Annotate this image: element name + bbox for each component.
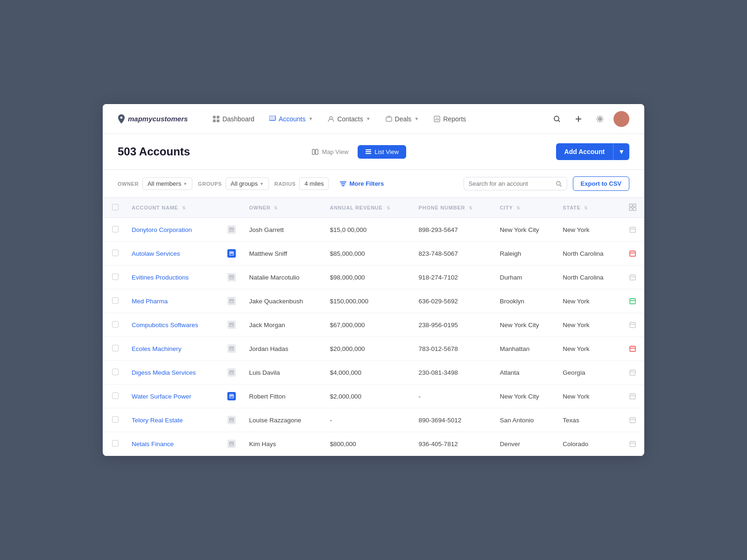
row-checkbox[interactable] [112,440,119,447]
row-checkbox-cell [103,337,125,361]
svg-rect-36 [630,346,635,351]
row-phone: 936-405-7812 [412,432,493,456]
list-view-btn[interactable]: List View [358,145,406,159]
calendar-icon[interactable] [627,391,638,401]
col-owner[interactable]: OWNER ⇅ [242,198,323,218]
row-calendar-action[interactable] [621,242,644,266]
row-checkbox[interactable] [112,345,119,351]
groups-select[interactable]: All groups ▼ [226,177,269,190]
nav-reports[interactable]: Reports [427,112,472,126]
radius-select[interactable]: 4 miles [299,177,329,190]
account-name-link[interactable]: Water Surface Power [132,393,191,400]
row-type-icon [227,273,236,281]
more-filters-button[interactable]: More Filters [334,178,389,189]
table-header-row: ACCOUNT NAME ⇅ OWNER ⇅ ANNUAL REVENUE ⇅ … [103,198,644,218]
col-account-name[interactable]: ACCOUNT NAME ⇅ [125,198,221,218]
row-checkbox[interactable] [112,273,119,280]
account-name-link[interactable]: Ecoles Machinery [132,345,182,352]
sort-account-name-icon: ⇅ [182,206,186,210]
svg-rect-47 [230,442,233,444]
col-city[interactable]: CITY ⇅ [493,198,556,218]
row-state: New York [556,218,621,242]
row-state: New York [556,337,621,361]
row-checkbox[interactable] [112,416,119,423]
row-revenue: $15,0 00,000 [323,218,412,242]
add-icon-btn[interactable] [571,111,586,127]
row-checkbox[interactable] [112,321,119,328]
row-state: New York [556,313,621,337]
select-all-checkbox[interactable] [112,204,119,210]
add-account-button[interactable]: Add Account ▼ [556,143,629,160]
row-checkbox[interactable] [112,392,119,399]
nav-contacts[interactable]: Contacts ▼ [321,112,377,126]
search-input[interactable] [469,180,553,187]
row-calendar-action[interactable] [621,385,644,408]
account-name-link[interactable]: Med Pharma [132,298,168,305]
search-icon-btn[interactable] [549,111,565,127]
row-icon-cell [221,289,242,313]
export-csv-button[interactable]: Export to CSV [573,176,629,191]
add-account-dropdown-arrow[interactable]: ▼ [613,143,629,160]
navbar: mapmycustomers Dashboard Accounts ▼ Cont… [103,104,644,134]
col-phone[interactable]: PHONE NUMBER ⇅ [412,198,493,218]
account-name-link[interactable]: Evitines Productions [132,274,189,281]
owner-select[interactable]: All members ▼ [142,177,192,190]
row-checkbox[interactable] [112,250,119,256]
row-state: North Carolina [556,242,621,266]
calendar-icon[interactable] [627,415,638,425]
settings-icon-btn[interactable] [592,111,608,127]
row-checkbox[interactable] [112,369,119,375]
row-calendar-action[interactable] [621,218,644,242]
calendar-icon[interactable] [627,224,638,235]
avatar[interactable] [613,111,629,127]
row-calendar-action[interactable] [621,432,644,456]
col-state[interactable]: STATE ⇅ [556,198,621,218]
row-icon-cell [221,432,242,456]
account-name-link[interactable]: Digess Media Services [132,369,196,376]
account-name-link[interactable]: Donytoro Corporation [132,226,192,233]
calendar-icon[interactable] [627,248,638,259]
logo[interactable]: mapmycustomers [118,114,188,124]
row-calendar-action[interactable] [621,408,644,432]
row-revenue: $4,000,000 [323,361,412,385]
row-checkbox[interactable] [112,297,119,304]
calendar-icon[interactable] [627,367,638,378]
table-row: Med Pharma Jake Quackenbush $150,000,000… [103,289,644,313]
calendar-icon[interactable] [627,296,638,306]
svg-rect-45 [630,418,635,423]
search-box [464,177,567,190]
calendar-icon[interactable] [627,439,638,449]
row-owner: Jordan Hadas [242,337,323,361]
account-name-link[interactable]: Telory Real Estate [132,417,183,424]
table-row: Evitines Productions Natalie Marcotulio … [103,266,644,289]
row-calendar-action[interactable] [621,289,644,313]
calendar-icon[interactable] [627,320,638,330]
row-calendar-action[interactable] [621,266,644,289]
row-calendar-action[interactable] [621,361,644,385]
sort-city-icon: ⇅ [516,206,521,210]
row-revenue: $800,000 [323,432,412,456]
map-view-btn[interactable]: Map View [304,145,356,159]
svg-rect-32 [230,323,233,325]
nav-accounts[interactable]: Accounts ▼ [263,112,320,126]
svg-rect-48 [630,441,635,447]
svg-rect-3 [217,119,219,122]
account-name-link[interactable]: Autolaw Services [132,250,180,257]
row-city: New York City [493,313,556,337]
row-calendar-action[interactable] [621,337,644,361]
account-name-link[interactable]: Netals Finance [132,441,174,448]
row-calendar-action[interactable] [621,313,644,337]
row-checkbox[interactable] [112,226,119,232]
account-name-link[interactable]: Compubotics Softwares [132,322,198,329]
svg-rect-29 [230,300,233,301]
calendar-icon[interactable] [627,343,638,354]
svg-rect-18 [633,208,636,210]
row-owner: Natalie Marcotulio [242,266,323,289]
sort-revenue-icon: ⇅ [387,206,391,210]
nav-dashboard[interactable]: Dashboard [206,112,261,126]
row-state: Colorado [556,432,621,456]
col-revenue[interactable]: ANNUAL REVENUE ⇅ [323,198,412,218]
svg-rect-42 [630,394,635,399]
calendar-icon[interactable] [627,272,638,282]
nav-deals[interactable]: Deals ▼ [379,112,426,126]
